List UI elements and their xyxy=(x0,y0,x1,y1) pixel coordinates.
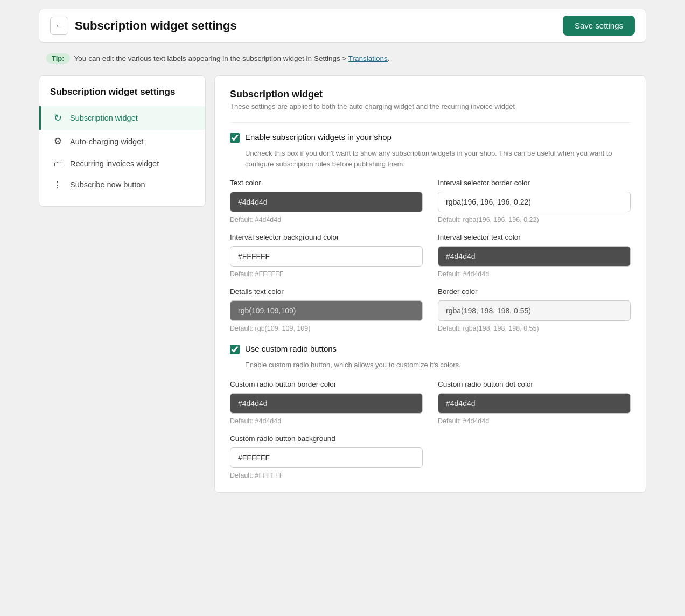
sidebar-title: Subscription widget settings xyxy=(39,87,205,106)
field-label-border-color: Border color xyxy=(438,288,631,296)
sidebar-item-label: Recurring invoices widget xyxy=(70,159,159,168)
default-text-color: Default: #4d4d4d xyxy=(230,216,423,223)
input-interval-selector-bg[interactable] xyxy=(230,246,423,267)
page-title: Subscription widget settings xyxy=(75,19,237,33)
field-text-color: Text color Default: #4d4d4d xyxy=(230,179,423,223)
custom-radio-label[interactable]: Use custom radio buttons xyxy=(245,344,337,353)
field-custom-radio-dot: Custom radio button dot color Default: #… xyxy=(438,380,631,425)
tip-badge: Tip: xyxy=(46,53,70,64)
sidebar: Subscription widget settings ↻ Subscript… xyxy=(39,75,206,207)
default-details-text: Default: rgb(109, 109, 109) xyxy=(230,325,423,332)
input-custom-radio-dot[interactable] xyxy=(438,393,631,414)
refresh-icon: ↻ xyxy=(52,112,64,124)
enable-checkbox-row: Enable subscription widgets in your shop xyxy=(230,132,631,143)
field-label-custom-radio-bg: Custom radio button background xyxy=(230,435,423,443)
sidebar-nav: ↻ Subscription widget ⚙ Auto-charging wi… xyxy=(39,106,205,195)
custom-radio-checkbox-row: Use custom radio buttons xyxy=(230,344,631,354)
sidebar-item-label: Auto-charging widget xyxy=(70,137,143,146)
main-content: Subscription widget These settings are a… xyxy=(214,75,646,493)
color-fields-grid: Text color Default: #4d4d4d Interval sel… xyxy=(230,179,631,332)
save-settings-button[interactable]: Save settings xyxy=(563,16,635,36)
custom-radio-fields-grid: Custom radio button border color Default… xyxy=(230,380,631,479)
default-interval-border: Default: rgba(196, 196, 196, 0.22) xyxy=(438,216,631,223)
custom-radio-checkbox[interactable] xyxy=(230,345,240,354)
input-custom-radio-bg[interactable] xyxy=(230,447,423,468)
default-custom-radio-bg: Default: #FFFFFF xyxy=(230,472,423,479)
enable-widgets-label[interactable]: Enable subscription widgets in your shop xyxy=(245,132,392,142)
default-border-color: Default: rgba(198, 198, 198, 0.55) xyxy=(438,325,631,332)
input-text-color[interactable] xyxy=(230,192,423,212)
input-interval-selector-text-color[interactable] xyxy=(438,246,631,267)
field-label-interval-bg: Interval selector background color xyxy=(230,233,423,241)
content-layout: Subscription widget settings ↻ Subscript… xyxy=(39,75,646,493)
back-button[interactable]: ← xyxy=(50,17,68,35)
page-header: ← Subscription widget settings Save sett… xyxy=(39,9,646,43)
field-interval-selector-text-color: Interval selector text color Default: #4… xyxy=(438,233,631,278)
field-interval-selector-bg: Interval selector background color Defau… xyxy=(230,233,423,278)
sidebar-item-subscription-widget[interactable]: ↻ Subscription widget xyxy=(39,106,205,130)
invoice-icon: 🗃 xyxy=(52,159,64,168)
grid-icon: ⋮ xyxy=(52,180,64,190)
section-subtitle: These settings are applied to both the a… xyxy=(230,102,631,110)
field-interval-selector-border-color: Interval selector border color Default: … xyxy=(438,179,631,223)
input-interval-selector-border-color[interactable] xyxy=(438,192,631,212)
sidebar-item-label: Subscribe now button xyxy=(70,180,145,189)
tip-bar: Tip: You can edit the various text label… xyxy=(39,49,646,68)
field-border-color: Border color Default: rgba(198, 198, 198… xyxy=(438,288,631,332)
section-title: Subscription widget xyxy=(230,89,631,100)
gear-icon: ⚙ xyxy=(52,136,64,147)
enable-widgets-checkbox[interactable] xyxy=(230,133,240,143)
field-label-details-text: Details text color xyxy=(230,288,423,296)
input-border-color[interactable] xyxy=(438,300,631,321)
input-custom-radio-border[interactable] xyxy=(230,393,423,414)
field-label-custom-radio-dot: Custom radio button dot color xyxy=(438,380,631,388)
field-label-text-color: Text color xyxy=(230,179,423,187)
field-label-custom-radio-border: Custom radio button border color xyxy=(230,380,423,388)
sidebar-item-subscribe-now-button[interactable]: ⋮ Subscribe now button xyxy=(39,174,205,195)
sidebar-item-auto-charging-widget[interactable]: ⚙ Auto-charging widget xyxy=(39,130,205,153)
field-label-interval-border: Interval selector border color xyxy=(438,179,631,187)
translations-link[interactable]: Translations xyxy=(348,54,388,62)
input-details-text-color[interactable] xyxy=(230,300,423,321)
field-custom-radio-border: Custom radio button border color Default… xyxy=(230,380,423,425)
custom-radio-desc: Enable custom radio button, which allows… xyxy=(245,360,631,370)
sidebar-item-label: Subscription widget xyxy=(70,114,138,122)
field-label-interval-text: Interval selector text color xyxy=(438,233,631,241)
field-custom-radio-background: Custom radio button background Default: … xyxy=(230,435,423,479)
tip-text: You can edit the various text labels app… xyxy=(74,54,390,62)
default-custom-radio-dot: Default: #4d4d4d xyxy=(438,417,631,425)
field-details-text-color: Details text color Default: rgb(109, 109… xyxy=(230,288,423,332)
default-interval-text: Default: #4d4d4d xyxy=(438,270,631,278)
enable-widgets-desc: Uncheck this box if you don't want to sh… xyxy=(245,148,631,169)
custom-radio-section: Use custom radio buttons Enable custom r… xyxy=(230,344,631,370)
default-interval-bg: Default: #FFFFFF xyxy=(230,270,423,278)
header-left: ← Subscription widget settings xyxy=(50,17,237,35)
default-custom-radio-border: Default: #4d4d4d xyxy=(230,417,423,425)
divider xyxy=(230,122,631,123)
sidebar-item-recurring-invoices-widget[interactable]: 🗃 Recurring invoices widget xyxy=(39,153,205,174)
